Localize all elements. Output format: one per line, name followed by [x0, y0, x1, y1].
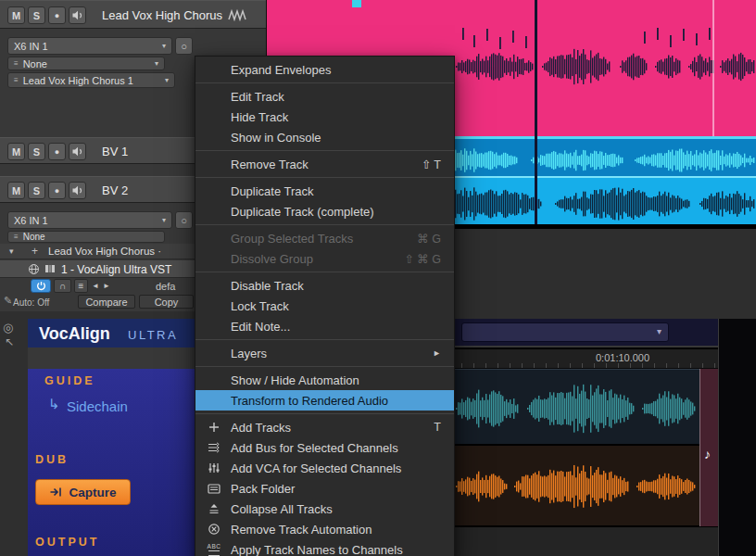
shortcut-label: ⇧ ⌘ G: [404, 252, 441, 266]
chevron-down-icon: ▾: [157, 216, 166, 224]
globe-icon: [28, 263, 40, 275]
guide-section-label: GUIDE: [44, 374, 95, 387]
solo-button[interactable]: S: [28, 143, 45, 160]
none-select[interactable]: ≡ None▾: [7, 57, 165, 70]
prev-preset-icon[interactable]: ◄: [92, 282, 99, 290]
list-icon: ≡: [79, 281, 84, 291]
menu-item-add-bus[interactable]: Add Bus for Selected Channels: [195, 437, 454, 458]
mono-stereo-button[interactable]: ○: [175, 37, 193, 55]
capture-arrow-icon: [49, 486, 62, 498]
menu-item-disable-track[interactable]: Disable Track: [195, 275, 454, 296]
loop-marker[interactable]: [352, 0, 361, 7]
menu-item-collapse-all-tracks[interactable]: Collapse All Tracks: [195, 499, 454, 519]
record-arm-button[interactable]: ●: [48, 6, 66, 24]
plugin-name[interactable]: 1 - VocAlign Ultra VST: [61, 263, 171, 276]
monitor-button[interactable]: [69, 6, 86, 24]
solo-button[interactable]: S: [28, 182, 45, 199]
speaker-icon: [71, 184, 83, 196]
menu-item-add-tracks[interactable]: Add TracksT: [195, 417, 454, 437]
menu-item-pack-folder[interactable]: Pack Folder: [195, 478, 454, 499]
menu-item-remove-track[interactable]: Remove Track⇧ T: [195, 154, 454, 174]
bypass-icon: ∩: [59, 281, 66, 291]
menu-separator: [195, 366, 454, 367]
daw-window: ▾ 0:00:50.000 0:01:10.000 ♪ + + + + M S …: [0, 0, 756, 556]
menu-item-duplicate-track-complete[interactable]: Duplicate Track (complete): [195, 201, 454, 221]
track-name[interactable]: BV 1: [102, 145, 128, 158]
input-select[interactable]: X6 IN 1▾: [7, 211, 172, 229]
record-arm-button[interactable]: ●: [48, 143, 66, 160]
menu-separator: [195, 272, 454, 272]
next-preset-icon[interactable]: ►: [103, 282, 110, 290]
chevron-down-icon[interactable]: ▾: [9, 246, 14, 256]
mute-button[interactable]: M: [7, 182, 25, 199]
chevron-down-icon: ▾: [157, 42, 166, 50]
plugin-window-body: GUIDE ↳ Sidechain DUB Capture OUTPUT: [28, 369, 195, 556]
remove-automation-icon: [204, 519, 224, 539]
record-icon: ●: [55, 186, 59, 196]
region-end-strip[interactable]: ♪: [699, 369, 718, 526]
connector-icon: ≡: [14, 59, 19, 68]
menu-separator: [195, 413, 454, 414]
capture-button[interactable]: Capture: [35, 479, 131, 505]
plus-icon[interactable]: +: [32, 245, 38, 258]
menu-item-group-selected-tracks: Group Selected Tracks⌘ G: [195, 228, 454, 248]
plugin-window-header[interactable]: VocAlign ULTRA: [28, 319, 195, 348]
speaker-icon: [71, 9, 83, 21]
preset-dropdown[interactable]: ▾: [461, 322, 669, 342]
none-select[interactable]: ≡ None: [7, 231, 165, 243]
mono-stereo-button[interactable]: ○: [175, 211, 193, 229]
automation-mode[interactable]: Auto: Off: [13, 297, 49, 308]
waveform-view-icon[interactable]: [228, 8, 246, 21]
menu-item-show-in-console[interactable]: Show in Console: [195, 127, 454, 147]
apply-names-icon: ABC: [204, 539, 224, 556]
speaker-icon: [71, 145, 83, 158]
menu-separator: [195, 82, 454, 83]
copy-button[interactable]: Copy: [139, 295, 194, 309]
menu-item-remove-track-automation[interactable]: Remove Track Automation: [195, 519, 454, 539]
plugin-logo: VocAlign: [39, 324, 110, 344]
menu-separator: [195, 339, 454, 340]
mute-button[interactable]: M: [7, 143, 25, 160]
cursor-icon[interactable]: ↖: [5, 335, 14, 348]
monitor-button[interactable]: [69, 182, 86, 199]
preset-name[interactable]: defa: [156, 281, 175, 292]
menu-item-transform-to-rendered-audio[interactable]: Transform to Rendered Audio: [195, 390, 454, 411]
bar-line: [712, 0, 714, 136]
record-arm-button[interactable]: ●: [48, 182, 66, 199]
preset-bar: ▾: [454, 319, 718, 346]
sidechain-button[interactable]: Sidechain: [67, 398, 128, 414]
solo-button[interactable]: S: [28, 6, 45, 24]
add-tracks-icon: [204, 417, 224, 437]
menu-separator: [195, 150, 454, 151]
menu-item-edit-track[interactable]: Edit Track: [195, 86, 454, 107]
connector-icon: ≡: [14, 76, 19, 84]
menu-item-expand-envelopes[interactable]: Expand Envelopes: [195, 59, 454, 80]
menu-item-lock-track[interactable]: Lock Track: [195, 296, 454, 316]
plugin-menu-button[interactable]: ≡: [74, 279, 88, 293]
dial-icon[interactable]: ◎: [3, 321, 13, 335]
menu-item-show-hide-automation[interactable]: Show / Hide Automation: [195, 370, 454, 390]
pencil-icon[interactable]: ✎: [4, 295, 12, 307]
input-select[interactable]: X6 IN 1▾: [7, 37, 172, 55]
menu-item-edit-note[interactable]: Edit Note...: [195, 316, 454, 336]
circle-icon: ○: [181, 41, 187, 52]
chevron-down-icon: ▾: [657, 326, 662, 336]
mute-button[interactable]: M: [7, 6, 25, 24]
plugin-power-button[interactable]: [31, 279, 51, 293]
menu-item-hide-track[interactable]: Hide Track: [195, 107, 454, 127]
record-icon: ●: [55, 147, 59, 157]
menu-item-apply-track-names[interactable]: ABC Apply Track Names to Channels: [195, 539, 454, 556]
track-context-menu: Expand Envelopes Edit Track Hide Track S…: [195, 56, 455, 556]
compare-button[interactable]: Compare: [78, 295, 135, 309]
menu-item-layers[interactable]: Layers►: [195, 343, 454, 363]
monitor-button[interactable]: [69, 143, 86, 160]
channel-name[interactable]: Lead Vox High Chorus ·: [48, 246, 161, 257]
track-name[interactable]: BV 2: [102, 183, 128, 197]
track-name[interactable]: Lead Vox High Chorus: [102, 8, 222, 22]
chevron-down-icon: ▾: [149, 59, 158, 68]
menu-item-duplicate-track[interactable]: Duplicate Track: [195, 181, 454, 201]
menu-item-add-vca[interactable]: Add VCA for Selected Channels: [195, 458, 454, 478]
track-header[interactable]: M S ● Lead Vox High Chorus: [0, 0, 266, 29]
output-select[interactable]: ≡ Lead Vox High Chorus 1▾: [7, 72, 175, 88]
plugin-bypass-button[interactable]: ∩: [54, 279, 71, 293]
